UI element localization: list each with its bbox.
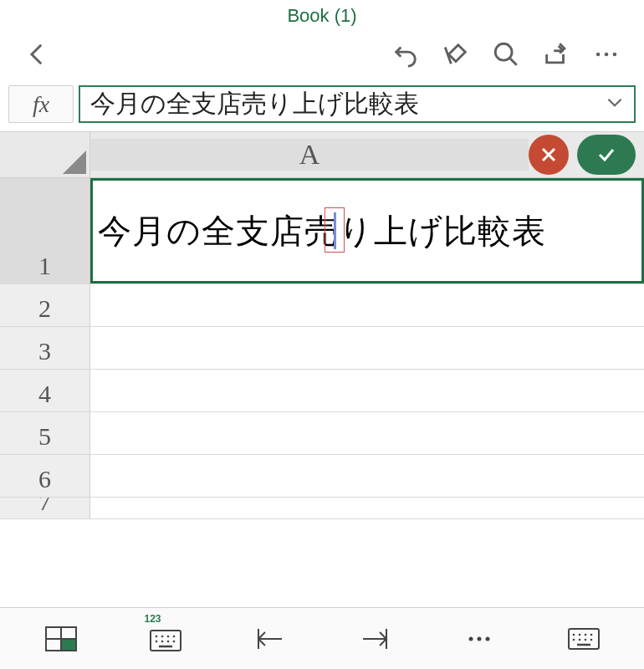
cell-text-after-cursor: 売り上げ比較表 — [304, 208, 546, 254]
chevron-down-icon — [604, 91, 626, 113]
svg-point-14 — [166, 635, 169, 637]
svg-point-29 — [572, 633, 575, 636]
keyboard-icon — [567, 624, 601, 654]
grid-row-3: 3 — [0, 327, 644, 370]
svg-point-18 — [166, 640, 169, 642]
undo-icon — [391, 40, 420, 69]
bottom-more-icon — [463, 624, 496, 654]
more-button[interactable] — [585, 33, 627, 75]
back-icon — [23, 40, 52, 69]
search-button[interactable] — [485, 33, 527, 75]
svg-point-31 — [584, 633, 586, 636]
sheet-view-icon — [44, 624, 78, 654]
tab-left-button[interactable] — [246, 618, 294, 660]
cell-text-before-cursor: 今月の全支店 — [98, 208, 304, 254]
search-icon — [492, 40, 520, 69]
cell-A5[interactable] — [90, 412, 644, 454]
sheet-view-button[interactable] — [37, 618, 85, 660]
back-button[interactable] — [17, 33, 59, 75]
svg-point-12 — [155, 635, 157, 637]
svg-point-35 — [584, 638, 586, 641]
svg-point-34 — [578, 638, 580, 641]
edit-pen-icon — [442, 40, 470, 69]
share-button[interactable] — [535, 33, 577, 75]
svg-point-36 — [590, 638, 592, 641]
svg-point-0 — [495, 43, 512, 60]
cancel-icon — [539, 145, 559, 165]
confirm-edit-button[interactable] — [577, 135, 636, 175]
svg-point-33 — [572, 638, 575, 641]
row-header-7[interactable]: 7 — [0, 498, 90, 519]
formula-bar: fx 今月の全支店売り上げ比較表 — [0, 80, 644, 131]
share-icon — [542, 40, 570, 69]
svg-point-19 — [172, 640, 175, 642]
cell-A7[interactable] — [90, 498, 644, 519]
tab-right-icon — [358, 624, 391, 654]
select-all-triangle-icon — [63, 151, 86, 174]
svg-point-2 — [596, 53, 601, 57]
svg-point-17 — [161, 640, 163, 642]
svg-line-1 — [509, 58, 517, 65]
svg-rect-11 — [151, 631, 181, 651]
row-header-4[interactable]: 4 — [0, 370, 90, 411]
formula-input[interactable]: 今月の全支店売り上げ比較表 — [79, 85, 636, 123]
row-header-6[interactable]: 6 — [0, 455, 90, 497]
row-header-3[interactable]: 3 — [0, 327, 90, 369]
formula-expand-button[interactable] — [604, 90, 626, 119]
select-all-corner[interactable] — [0, 132, 90, 177]
svg-point-25 — [468, 636, 473, 641]
grid-row-4: 4 — [0, 370, 644, 412]
grid-row-1: 1 今月の全支店売り上げ比較表 — [0, 178, 644, 284]
svg-point-32 — [590, 633, 592, 636]
numeric-keyboard-icon — [149, 624, 182, 654]
keyboard-button[interactable] — [560, 618, 608, 660]
cell-A4[interactable] — [90, 370, 644, 411]
svg-point-16 — [155, 640, 157, 642]
spreadsheet-grid: 1 今月の全支店売り上げ比較表 2 3 4 5 6 7 — [0, 178, 644, 519]
tab-right-button[interactable] — [350, 618, 399, 660]
cell-A6[interactable] — [90, 455, 644, 497]
formula-input-text: 今月の全支店売り上げ比較表 — [90, 87, 419, 121]
bottom-toolbar: 123 — [0, 607, 644, 669]
svg-point-4 — [613, 53, 617, 57]
row-header-5[interactable]: 5 — [0, 412, 90, 454]
row-header-1[interactable]: 1 — [0, 178, 90, 283]
svg-point-15 — [172, 635, 175, 637]
column-header-A[interactable]: A — [90, 139, 529, 171]
tab-left-icon — [253, 624, 287, 654]
grid-row-6: 6 — [0, 455, 644, 498]
document-title: Book (1) — [287, 5, 356, 26]
svg-point-27 — [485, 636, 489, 641]
column-header-row: A — [0, 131, 644, 178]
cell-A2[interactable] — [90, 284, 644, 326]
edit-pen-button[interactable] — [435, 33, 477, 75]
cell-A3[interactable] — [90, 327, 644, 369]
svg-point-13 — [161, 635, 163, 637]
grid-row-2: 2 — [0, 284, 644, 327]
numeric-keyboard-button[interactable]: 123 — [141, 618, 190, 660]
window-title: Book (1) — [0, 0, 644, 28]
grid-row-5: 5 — [0, 412, 644, 455]
grid-row-7: 7 — [0, 498, 644, 519]
more-icon — [592, 40, 621, 69]
bottom-more-button[interactable] — [455, 618, 503, 660]
row-header-2[interactable]: 2 — [0, 284, 90, 326]
svg-point-3 — [605, 53, 609, 57]
confirm-icon — [596, 145, 616, 165]
numeric-keyboard-superscript: 123 — [145, 613, 161, 625]
svg-rect-10 — [62, 640, 75, 650]
svg-point-30 — [578, 633, 580, 636]
cell-A1-editing[interactable]: 今月の全支店売り上げ比較表 — [90, 178, 644, 283]
cancel-edit-button[interactable] — [529, 135, 569, 175]
undo-button[interactable] — [385, 33, 427, 75]
svg-point-26 — [477, 636, 481, 641]
top-toolbar — [0, 28, 644, 80]
fx-label[interactable]: fx — [8, 85, 74, 123]
